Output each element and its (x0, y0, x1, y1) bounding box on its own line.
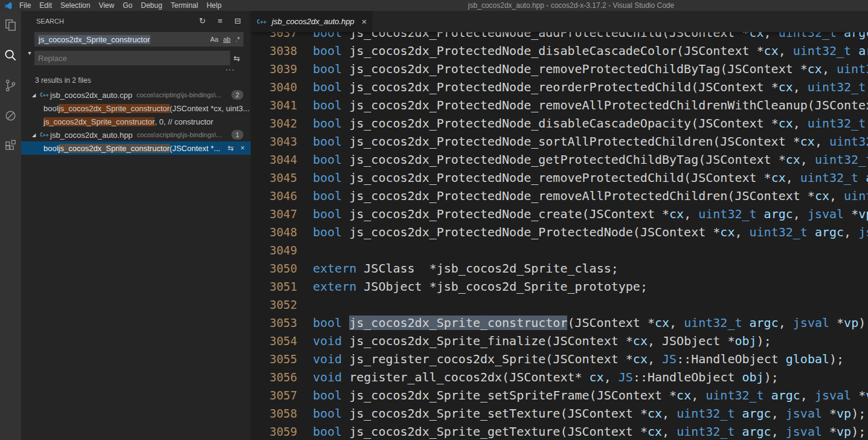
code-line-3044[interactable]: 3044bool js_cocos2dx_ProtectedNode_getPr… (251, 150, 868, 169)
code-line-3059[interactable]: 3059bool js_cocos2dx_Sprite_getTexture(J… (251, 422, 868, 440)
toggle-search-details-icon[interactable]: ··· (34, 65, 243, 73)
code-line-text: bool js_cocos2dx_ProtectedNode_Protected… (297, 223, 868, 241)
code-line-3055[interactable]: 3055void js_register_cocos2dx_Sprite(JSC… (251, 350, 868, 368)
replace-match-icon[interactable]: ⇆ (228, 144, 234, 152)
code-line-3051[interactable]: 3051extern JSObject *jsb_cocos2d_Sprite_… (251, 277, 868, 296)
line-number: 3052 (251, 296, 297, 314)
code-line-3037[interactable]: 3037bool js_cocos2dx_ProtectedNode_addPr… (251, 32, 868, 42)
code-line-text: bool js_cocos2dx_ProtectedNode_disableCa… (297, 42, 868, 60)
code-editor[interactable]: 3037bool js_cocos2dx_ProtectedNode_addPr… (251, 32, 868, 440)
line-number: 3038 (251, 42, 297, 60)
code-line-text: bool js_cocos2dx_Sprite_getTexture(JSCon… (297, 422, 866, 440)
code-line-text: bool js_cocos2dx_ProtectedNode_reorderPr… (297, 78, 868, 96)
code-line-3039[interactable]: 3039bool js_cocos2dx_ProtectedNode_remov… (251, 60, 868, 78)
search-sidebar: SEARCH ↻≡⊟ ▾ js_cocos2dx_Sprite_construc… (21, 11, 251, 440)
match-after: (JSContext *... (170, 144, 220, 153)
code-line-3038[interactable]: 3038bool js_cocos2dx_ProtectedNode_disab… (251, 42, 868, 60)
result-file-row[interactable]: ◢C++jsb_cocos2dx_auto.hppcocos\scripting… (21, 128, 251, 141)
whole-word-icon[interactable]: ab (223, 36, 230, 43)
code-line-3053[interactable]: 3053bool js_cocos2dx_Sprite_constructor(… (251, 314, 868, 332)
replace-placeholder: Replace (38, 54, 67, 63)
line-number: 3039 (251, 60, 297, 78)
menu-debug[interactable]: Debug (137, 1, 166, 10)
line-number: 3047 (251, 205, 297, 223)
refresh-icon[interactable]: ↻ (199, 16, 206, 25)
line-number: 3049 (251, 241, 297, 259)
code-line-3049[interactable]: 3049 (251, 241, 868, 259)
code-line-3054[interactable]: 3054void js_cocos2dx_Sprite_finalize(JSC… (251, 332, 868, 350)
code-line-3042[interactable]: 3042bool js_cocos2dx_ProtectedNode_disab… (251, 114, 868, 132)
activity-search[interactable] (0, 41, 21, 71)
menu-terminal[interactable]: Terminal (167, 1, 202, 10)
line-number: 3053 (251, 314, 297, 332)
menu-selection[interactable]: Selection (56, 1, 94, 10)
code-line-3048[interactable]: 3048bool js_cocos2dx_ProtectedNode_Prote… (251, 223, 868, 241)
line-number: 3046 (251, 187, 297, 205)
activity-extensions[interactable] (0, 132, 21, 162)
code-line-text: bool js_cocos2dx_ProtectedNode_create(JS… (297, 205, 868, 223)
regex-icon[interactable]: .* (236, 36, 240, 43)
line-number: 3051 (251, 277, 297, 296)
result-file-row[interactable]: ◢C++jsb_cocos2dx_auto.cppcocos\scripting… (21, 88, 251, 102)
result-file-name: jsb_cocos2dx_auto.cpp (50, 91, 132, 100)
collapse-all-icon[interactable]: ⊟ (234, 16, 241, 25)
line-number: 3040 (251, 78, 297, 96)
activity-debug[interactable] (0, 102, 21, 132)
code-line-text: bool js_cocos2dx_ProtectedNode_removePro… (297, 169, 868, 187)
menu-go[interactable]: Go (118, 1, 137, 10)
code-line-3047[interactable]: 3047bool js_cocos2dx_ProtectedNode_creat… (251, 205, 868, 223)
result-match-row[interactable]: bool js_cocos2dx_Sprite_constructor(JSCo… (21, 141, 251, 155)
code-line-3040[interactable]: 3040bool js_cocos2dx_ProtectedNode_reord… (251, 78, 868, 96)
tab-close-icon[interactable]: × (362, 16, 367, 27)
code-line-text (297, 241, 313, 259)
match-case-icon[interactable]: Aa (210, 36, 218, 43)
clear-search-results-icon[interactable]: ≡ (218, 16, 223, 25)
code-line-3050[interactable]: 3050extern JSClass *jsb_cocos2d_Sprite_c… (251, 259, 868, 277)
result-match-row[interactable]: bool js_cocos2dx_Sprite_constructor(JSCo… (21, 102, 251, 115)
menu-file[interactable]: File (15, 1, 35, 10)
replace-input[interactable]: Replace (34, 51, 230, 65)
line-number: 3057 (251, 386, 297, 404)
code-line-text: extern JSClass *jsb_cocos2d_Sprite_class… (297, 259, 619, 277)
code-line-text: extern JSObject *jsb_cocos2d_Sprite_prot… (297, 277, 648, 296)
dismiss-match-icon[interactable]: × (240, 144, 245, 152)
activity-bar (0, 11, 21, 440)
code-line-3052[interactable]: 3052 (251, 296, 868, 314)
cpp-file-icon: C++ (40, 132, 50, 138)
line-number: 3054 (251, 332, 297, 350)
code-line-3046[interactable]: 3046bool js_cocos2dx_ProtectedNode_remov… (251, 187, 868, 205)
search-results-list: ◢C++jsb_cocos2dx_auto.cppcocos\scripting… (21, 88, 251, 440)
match-before: bool (43, 104, 59, 113)
line-number: 3041 (251, 96, 297, 114)
twisty-icon[interactable]: ◢ (32, 92, 40, 98)
code-line-3041[interactable]: 3041bool js_cocos2dx_ProtectedNode_remov… (251, 96, 868, 114)
replace-all-icon[interactable]: ⇆ (230, 54, 243, 63)
activity-explorer[interactable] (0, 11, 21, 41)
code-line-3056[interactable]: 3056void register_all_cocos2dx(JSContext… (251, 368, 868, 386)
match-after: , 0, // constructor (155, 117, 213, 126)
code-line-3057[interactable]: 3057bool js_cocos2dx_Sprite_setSpriteFra… (251, 386, 868, 404)
code-line-text (297, 296, 313, 314)
line-number: 3042 (251, 114, 297, 132)
menu-edit[interactable]: Edit (35, 1, 56, 10)
match-after: (JSContext *cx, uint3... (170, 104, 249, 113)
line-number: 3044 (251, 150, 297, 169)
result-file-path: cocos\scripting\js-bindings\... (137, 131, 228, 138)
match-before: bool (43, 144, 59, 153)
activity-source-control[interactable] (0, 71, 21, 102)
active-tab[interactable]: C++ jsb_cocos2dx_auto.hpp × (251, 11, 373, 32)
toggle-replace-chevron[interactable]: ▾ (25, 32, 34, 73)
twisty-icon[interactable]: ◢ (32, 132, 40, 138)
code-line-3043[interactable]: 3043bool js_cocos2dx_ProtectedNode_sortA… (251, 132, 868, 150)
menu-view[interactable]: View (94, 1, 118, 10)
line-number: 3050 (251, 259, 297, 277)
results-summary: 3 results in 2 files (21, 73, 251, 88)
extensions-icon (3, 138, 18, 156)
debug-icon (3, 108, 18, 126)
code-line-text: void js_cocos2dx_Sprite_finalize(JSConte… (297, 332, 771, 350)
code-line-3058[interactable]: 3058bool js_cocos2dx_Sprite_setTexture(J… (251, 404, 868, 422)
code-line-3045[interactable]: 3045bool js_cocos2dx_ProtectedNode_remov… (251, 169, 868, 187)
menu-help[interactable]: Help (202, 1, 226, 10)
result-match-row[interactable]: js_cocos2dx_Sprite_constructor, 0, // co… (21, 115, 251, 128)
search-input[interactable]: js_cocos2dx_Sprite_constructor Aa ab .* (34, 32, 243, 47)
